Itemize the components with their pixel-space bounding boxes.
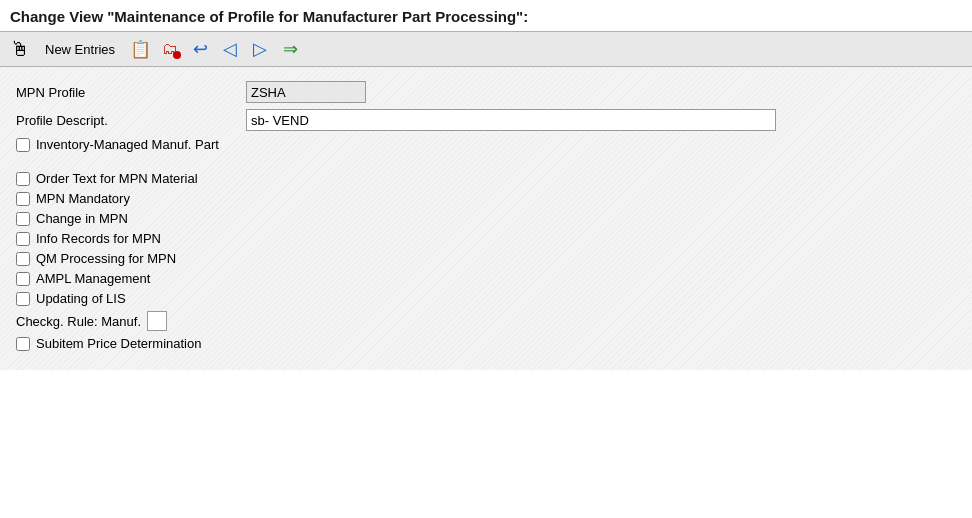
main-content: MPN Profile Profile Descript. Inventory-… bbox=[0, 67, 972, 370]
toolbar: 🖱 New Entries 📋 🗂 ↩ ◁ ▷ ⇒ bbox=[0, 31, 972, 67]
change-checkbox[interactable] bbox=[16, 212, 30, 226]
checkg-rule-label: Checkg. Rule: Manuf. bbox=[16, 314, 141, 329]
change-label: Change in MPN bbox=[36, 211, 128, 226]
mpn-profile-row: MPN Profile bbox=[16, 81, 956, 103]
profile-descript-label: Profile Descript. bbox=[16, 113, 246, 128]
back-icon: ◁ bbox=[223, 38, 237, 60]
mpn-profile-input[interactable] bbox=[246, 81, 366, 103]
new-entries-button[interactable]: New Entries bbox=[36, 36, 124, 62]
checkbox-row-ampl: AMPL Management bbox=[16, 271, 956, 286]
subitem-checkbox[interactable] bbox=[16, 337, 30, 351]
profile-descript-input[interactable] bbox=[246, 109, 776, 131]
qm-checkbox[interactable] bbox=[16, 252, 30, 266]
checkg-rule-row: Checkg. Rule: Manuf. bbox=[16, 311, 956, 331]
copy-button[interactable]: 📋 bbox=[126, 36, 154, 62]
copy-icon: 📋 bbox=[130, 39, 151, 60]
mandatory-label: MPN Mandatory bbox=[36, 191, 130, 206]
order-text-label: Order Text for MPN Material bbox=[36, 171, 198, 186]
info-records-label: Info Records for MPN bbox=[36, 231, 161, 246]
undo-button[interactable]: ↩ bbox=[186, 36, 214, 62]
qm-label: QM Processing for MPN bbox=[36, 251, 176, 266]
page-title: Change View "Maintenance of Profile for … bbox=[0, 0, 972, 31]
undo-icon: ↩ bbox=[193, 38, 208, 60]
checkbox-row-change: Change in MPN bbox=[16, 211, 956, 226]
new-entries-label: New Entries bbox=[45, 42, 115, 57]
ampl-label: AMPL Management bbox=[36, 271, 150, 286]
profile-descript-row: Profile Descript. bbox=[16, 109, 956, 131]
delete-button[interactable]: 🗂 bbox=[156, 36, 184, 62]
inventory-checkbox[interactable] bbox=[16, 138, 30, 152]
checkbox-row-order-text: Order Text for MPN Material bbox=[16, 171, 956, 186]
exit-icon: ⇒ bbox=[283, 38, 298, 60]
exit-button[interactable]: ⇒ bbox=[276, 36, 304, 62]
order-text-checkbox[interactable] bbox=[16, 172, 30, 186]
checkg-rule-input[interactable] bbox=[147, 311, 167, 331]
subitem-label: Subitem Price Determination bbox=[36, 336, 201, 351]
forward-button[interactable]: ▷ bbox=[246, 36, 274, 62]
inventory-label: Inventory-Managed Manuf. Part bbox=[36, 137, 219, 152]
ampl-checkbox[interactable] bbox=[16, 272, 30, 286]
cursor-button[interactable]: 🖱 bbox=[6, 36, 34, 62]
checkbox-row-subitem: Subitem Price Determination bbox=[16, 336, 956, 351]
checkbox-row-info-records: Info Records for MPN bbox=[16, 231, 956, 246]
mpn-profile-label: MPN Profile bbox=[16, 85, 246, 100]
mandatory-checkbox[interactable] bbox=[16, 192, 30, 206]
checkbox-row-inventory: Inventory-Managed Manuf. Part bbox=[16, 137, 956, 152]
info-records-checkbox[interactable] bbox=[16, 232, 30, 246]
updating-label: Updating of LIS bbox=[36, 291, 126, 306]
checkbox-row-qm: QM Processing for MPN bbox=[16, 251, 956, 266]
updating-checkbox[interactable] bbox=[16, 292, 30, 306]
checkbox-row-mandatory: MPN Mandatory bbox=[16, 191, 956, 206]
forward-icon: ▷ bbox=[253, 38, 267, 60]
cursor-icon: 🖱 bbox=[10, 39, 30, 59]
back-button[interactable]: ◁ bbox=[216, 36, 244, 62]
checkbox-row-updating: Updating of LIS bbox=[16, 291, 956, 306]
